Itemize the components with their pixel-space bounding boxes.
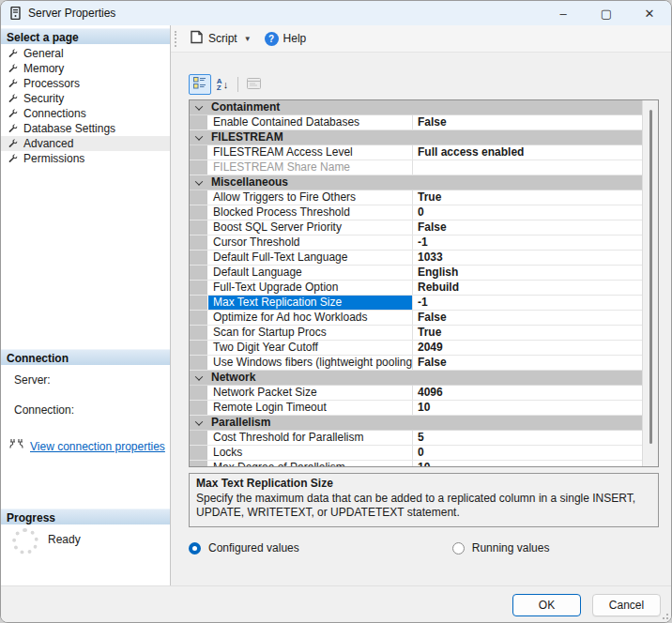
property-row[interactable]: Enable Contained DatabasesFalse	[190, 115, 642, 130]
ok-button[interactable]: OK	[512, 594, 581, 616]
category-row[interactable]: Parallelism	[190, 416, 642, 431]
property-row[interactable]: Full-Text Upgrade OptionRebuild	[190, 281, 642, 296]
help-button[interactable]: ? Help	[260, 29, 312, 49]
property-name[interactable]: FILESTREAM Share Name	[207, 160, 412, 175]
server-label: Server:	[14, 373, 51, 387]
property-value[interactable]: 2049	[412, 341, 642, 355]
sort-alphabetical-button[interactable]: AZ↓	[211, 74, 234, 95]
property-name[interactable]: Max Degree of Parallelism	[207, 461, 412, 466]
property-value[interactable]: English	[412, 266, 642, 280]
sidebar-item-database-settings[interactable]: Database Settings	[1, 121, 170, 136]
property-value[interactable]: 10	[412, 401, 642, 415]
property-name[interactable]: Scan for Startup Procs	[207, 326, 412, 340]
property-row[interactable]: Scan for Startup ProcsTrue	[190, 326, 642, 341]
property-name[interactable]: Allow Triggers to Fire Others	[207, 190, 412, 205]
property-value[interactable]: 10	[412, 461, 642, 466]
property-row[interactable]: Two Digit Year Cutoff2049	[190, 341, 642, 356]
view-connection-properties-link[interactable]: View connection properties	[30, 440, 165, 453]
property-name[interactable]: Enable Contained Databases	[207, 115, 412, 129]
property-name[interactable]: Boost SQL Server Priority	[207, 220, 412, 235]
property-value[interactable]: False	[412, 311, 642, 325]
property-value[interactable]	[412, 160, 642, 175]
category-row[interactable]: FILESTREAM	[190, 130, 642, 145]
configured-values-radio[interactable]	[189, 542, 201, 555]
collapse-margin[interactable]	[190, 100, 207, 114]
collapse-margin[interactable]	[190, 416, 207, 430]
sidebar-item-advanced[interactable]: Advanced	[1, 136, 170, 151]
sidebar-item-memory[interactable]: Memory	[1, 61, 170, 76]
property-name[interactable]: FILESTREAM Access Level	[207, 145, 412, 160]
sidebar-item-processors[interactable]: Processors	[1, 76, 170, 91]
row-margin	[190, 220, 207, 235]
property-row[interactable]: FILESTREAM Share Name	[190, 160, 642, 175]
property-value[interactable]: Rebuild	[412, 281, 642, 295]
category-row[interactable]: Containment	[190, 100, 642, 115]
running-values-radio[interactable]	[452, 542, 465, 555]
property-row[interactable]: Cursor Threshold-1	[190, 236, 642, 251]
property-row[interactable]: Use Windows fibers (lightweight pooling)…	[190, 356, 642, 371]
sidebar-item-permissions[interactable]: Permissions	[1, 151, 170, 166]
property-name[interactable]: Remote Login Timeout	[207, 401, 412, 415]
property-value[interactable]: False	[412, 356, 642, 370]
property-row[interactable]: FILESTREAM Access LevelFull access enabl…	[190, 145, 642, 160]
property-row[interactable]: Optimize for Ad hoc WorkloadsFalse	[190, 311, 642, 326]
property-value[interactable]: False	[412, 220, 642, 235]
scrollbar-thumb[interactable]	[649, 110, 652, 444]
row-margin	[190, 311, 207, 325]
property-value[interactable]: False	[412, 115, 642, 129]
property-name[interactable]: Max Text Replication Size	[207, 296, 412, 310]
property-name[interactable]: Cursor Threshold	[207, 236, 412, 250]
categorized-button[interactable]	[189, 74, 211, 95]
collapse-margin[interactable]	[190, 130, 207, 144]
property-name[interactable]: Cost Threshold for Parallelism	[207, 431, 412, 445]
property-row[interactable]: Allow Triggers to Fire OthersTrue	[190, 190, 642, 205]
property-name[interactable]: Default Language	[207, 266, 412, 280]
property-value[interactable]: -1	[412, 236, 642, 250]
property-row[interactable]: Max Degree of Parallelism10	[190, 461, 642, 466]
property-name[interactable]: Two Digit Year Cutoff	[207, 341, 412, 355]
property-value[interactable]: Full access enabled	[412, 145, 642, 160]
collapse-margin[interactable]	[190, 175, 207, 190]
property-row[interactable]: Default Full-Text Language1033	[190, 251, 642, 266]
vertical-scrollbar[interactable]	[642, 100, 658, 466]
sidebar-item-connections[interactable]: Connections	[1, 106, 170, 121]
property-row[interactable]: Remote Login Timeout10	[190, 401, 642, 416]
chevron-down-icon[interactable]: ▼	[244, 35, 252, 43]
category-row[interactable]: Network	[190, 371, 642, 386]
property-value[interactable]: True	[412, 190, 642, 205]
collapse-margin[interactable]	[190, 371, 207, 385]
property-row[interactable]: Boost SQL Server PriorityFalse	[190, 220, 642, 236]
minimize-button[interactable]: –	[542, 1, 585, 25]
property-value[interactable]: -1	[412, 296, 642, 310]
row-margin	[190, 281, 207, 295]
property-row[interactable]: Cost Threshold for Parallelism5	[190, 431, 642, 446]
close-button[interactable]: ✕	[628, 1, 671, 25]
row-margin	[190, 356, 207, 370]
property-name[interactable]: Blocked Process Threshold	[207, 205, 412, 220]
script-button[interactable]: Script ▼	[184, 27, 256, 50]
maximize-button[interactable]: ▢	[585, 1, 628, 25]
sidebar-item-security[interactable]: Security	[1, 91, 170, 106]
property-name[interactable]: Optimize for Ad hoc Workloads	[207, 311, 412, 325]
property-row[interactable]: Default LanguageEnglish	[190, 266, 642, 281]
property-name[interactable]: Default Full-Text Language	[207, 251, 412, 265]
property-value[interactable]: 5	[412, 431, 642, 445]
category-row[interactable]: Miscellaneous	[190, 175, 642, 190]
property-name[interactable]: Locks	[207, 446, 412, 460]
resize-grip[interactable]	[661, 612, 668, 619]
property-row[interactable]: Max Text Replication Size-1	[190, 296, 642, 311]
property-value[interactable]: True	[412, 326, 642, 340]
property-value[interactable]: 0	[412, 446, 642, 460]
property-row[interactable]: Locks0	[190, 446, 642, 461]
sidebar-item-general[interactable]: General	[1, 46, 170, 61]
property-name[interactable]: Network Packet Size	[207, 386, 412, 400]
property-name[interactable]: Use Windows fibers (lightweight pooling)	[207, 356, 412, 370]
property-row[interactable]: Blocked Process Threshold0	[190, 205, 642, 220]
property-row[interactable]: Network Packet Size4096	[190, 386, 642, 401]
cancel-button[interactable]: Cancel	[592, 594, 661, 616]
wrench-icon	[7, 93, 19, 105]
property-value[interactable]: 1033	[412, 251, 642, 265]
property-value[interactable]: 4096	[412, 386, 642, 400]
property-value[interactable]: 0	[412, 205, 642, 220]
property-name[interactable]: Full-Text Upgrade Option	[207, 281, 412, 295]
